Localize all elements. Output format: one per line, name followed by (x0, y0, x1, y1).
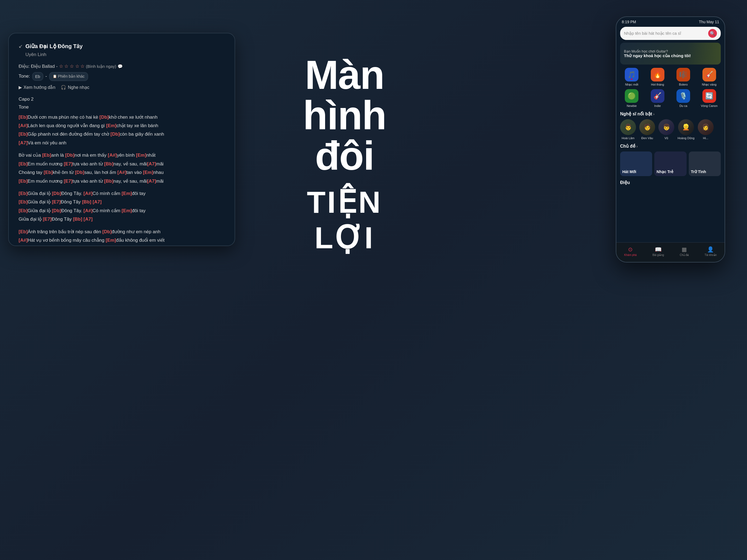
kham-pha-label: Khám phá (624, 253, 637, 256)
lyrics-block: [Eb]Dưới cơn mưa phùn nhẹ có hai kè [Db]… (19, 113, 225, 246)
chu-de-tru-tinh[interactable]: Trữ Tình (689, 152, 721, 176)
banner-main: Thử ngay khoá học của chúng tôi! (624, 53, 691, 58)
cat-newbie[interactable]: 🟢 Newbie (620, 89, 643, 107)
phien-ban-btn[interactable]: 📋 Phiên bản khác (49, 72, 88, 81)
du-ca-icon: 🎙️ (676, 89, 690, 103)
artist-vu[interactable]: 👦 Vũ (659, 119, 674, 140)
center-text-block: Màn hình đôi TIỆN LỢI (241, 55, 448, 255)
bai-giang-label: Bài giảng (652, 253, 664, 256)
chu-de-section-title: Chủ đề › (616, 144, 725, 149)
cat-indie[interactable]: 🎸 Indie (646, 89, 669, 107)
vong-canon-label: Vòng Canon (701, 104, 718, 107)
bai-giang-icon: 📖 (655, 246, 662, 253)
nav-kham-pha[interactable]: ⊙ Khám phá (624, 246, 637, 256)
lyrics-verse3: [Eb]Ánh trăng trên bầu trời nép sau đèn … (19, 228, 225, 246)
action-row: ▶ Xem hướng dẫn 🎧 Nghe nhạc (19, 84, 225, 91)
song-artist: Uyên Linh (25, 51, 83, 59)
cat-nhac-moi[interactable]: 🎵 Nhạc mới (620, 68, 643, 86)
nav-bai-giang[interactable]: 📖 Bài giảng (652, 246, 664, 256)
status-time: 8:19 PM (622, 20, 636, 24)
artist-den-vau[interactable]: 🧑 Đen Vâu (639, 119, 655, 140)
search-bar[interactable]: Nhập tên bài hát hoặc tên ca sĩ 🔍 (620, 27, 721, 40)
cat-vong-canon[interactable]: 🔄 Vòng Canon (698, 89, 721, 107)
banner-ad[interactable]: Bạn Muốn học chơi Guitar? Thử ngay khoá … (620, 43, 721, 65)
artist-hoai-lam[interactable]: 👨 Hoài Lâm (620, 119, 636, 140)
search-button[interactable]: 🔍 (708, 29, 717, 38)
phone-right: 8:19 PM Thu May 11 Nhập tên bài hát hoặc… (616, 17, 725, 262)
nghe-si-arrow: › (653, 112, 654, 116)
newbie-label: Newbie (627, 104, 637, 107)
banner-sub: Bạn Muốn học chơi Guitar? (624, 49, 691, 53)
bolero-icon: 🎼 (676, 68, 690, 81)
search-placeholder: Nhập tên bài hát hoặc tên ca sĩ (624, 31, 706, 36)
song-title: Giữa Đại Lộ Đông Tây (25, 42, 83, 51)
status-date: Thu May 11 (699, 20, 719, 24)
cat-bolero[interactable]: 🎼 Bolero (672, 68, 695, 86)
indie-icon: 🎸 (651, 89, 664, 103)
tone-row: Tone: Eb - 📋 Phiên bản khác (19, 72, 225, 81)
search-icon: 🔍 (710, 31, 715, 36)
tablet-left: ↙ Giữa Đại Lộ Đông Tây Uyên Linh Điệu: Đ… (8, 33, 235, 246)
lyrics-verse1: [Eb]Dưới cơn mưa phùn nhẹ có hai kè [Db]… (19, 113, 225, 147)
nhac-moi-icon: 🎵 (625, 68, 639, 81)
bottom-nav: ⊙ Khám phá 📖 Bài giảng ▦ Chủ đề 👤 Tài kh… (616, 242, 725, 262)
cat-du-ca[interactable]: 🎙️ Du ca (672, 89, 695, 107)
meta-dieu: Điệu: Điệu Ballad - ☆ ☆ ☆ ☆ ☆ (Bình luận… (19, 62, 225, 71)
chu-de-hat-moi[interactable]: Hát Mới (620, 152, 652, 176)
huong-dan-btn[interactable]: ▶ Xem hướng dẫn (19, 84, 55, 91)
nghe-si-section-title: Nghệ sĩ nổi bật › (616, 111, 725, 117)
vong-canon-icon: 🔄 (702, 89, 716, 103)
newbie-icon: 🟢 (625, 89, 639, 103)
song-header: ↙ Giữa Đại Lộ Đông Tây Uyên Linh (19, 42, 225, 59)
tone-badge: Eb (32, 72, 43, 81)
nhac-vang-label: Nhạc vàng (702, 83, 716, 86)
cat-hot-thang[interactable]: 🔥 Hot tháng (646, 68, 669, 86)
hot-thang-icon: 🔥 (651, 68, 664, 81)
bolero-label: Bolero (679, 83, 688, 86)
kham-pha-icon: ⊙ (628, 246, 633, 253)
nav-tai-khoan[interactable]: 👤 Tài khoản (705, 246, 717, 256)
lyrics-chorus: [Eb]Giữa đại lộ [Db]Đông Tây. [A#]Có mìn… (19, 189, 225, 224)
chu-de-nav-icon: ▦ (681, 246, 687, 253)
chu-de-nav-label: Chủ đề (680, 253, 689, 256)
artists-row: 👨 Hoài Lâm 🧑 Đen Vâu 👦 Vũ 👱 Hoàng Dũng 👩… (616, 119, 725, 140)
tai-khoan-label: Tài khoản (705, 253, 717, 256)
artist-hoang-dung[interactable]: 👱 Hoàng Dũng (677, 119, 695, 140)
category-grid: 🎵 Nhạc mới 🔥 Hot tháng 🎼 Bolero 🎸 Nhạc v… (616, 68, 725, 107)
nav-chu-de[interactable]: ▦ Chủ đề (680, 246, 689, 256)
headline-man-hinh-doi: Màn hình đôi (241, 55, 448, 176)
status-bar: 8:19 PM Thu May 11 (616, 17, 725, 25)
chu-de-grid: Hát Mới Nhạc Trẻ Trữ Tình (616, 152, 725, 176)
artist-ha[interactable]: 👩 Hi... (698, 119, 714, 140)
nhac-moi-label: Nhạc mới (625, 83, 638, 86)
indie-label: Indie (654, 104, 661, 107)
dieu-section: Điệu (616, 180, 725, 185)
banner-image (688, 43, 721, 65)
back-icon[interactable]: ↙ (19, 42, 23, 51)
capo-info: Capo 2 Tone (19, 96, 225, 111)
nhac-vang-icon: 🎸 (702, 68, 716, 81)
dieu-title: Điệu (620, 180, 721, 185)
nghe-nhac-btn[interactable]: 🎧 Nghe nhạc (61, 84, 89, 91)
lyrics-verse2: Bờ vai của [Eb]anh là [Db]nơi mà em thấy… (19, 151, 225, 185)
tai-khoan-icon: 👤 (707, 246, 714, 253)
hot-thang-label: Hot tháng (651, 83, 664, 86)
chu-de-nhac-tre[interactable]: Nhạc Trẻ (654, 152, 686, 176)
du-ca-label: Du ca (679, 104, 687, 107)
cat-nhac-vang[interactable]: 🎸 Nhạc vàng (698, 68, 721, 86)
headline-tien-loi: TIỆN LỢI (241, 184, 448, 255)
chu-de-arrow: › (637, 144, 638, 149)
